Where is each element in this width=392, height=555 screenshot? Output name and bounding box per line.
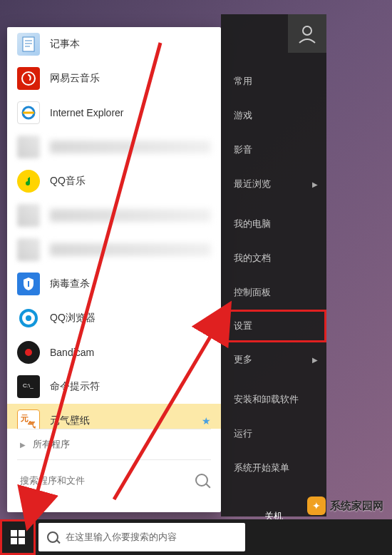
right-item-label: 常用 — [234, 75, 252, 88]
program-item-blurred[interactable] — [7, 198, 221, 233]
right-item-label: 运行 — [234, 427, 252, 440]
right-item-frequent[interactable]: 常用 — [221, 64, 326, 98]
right-item-media[interactable]: 影音 — [221, 133, 326, 167]
blurred-icon — [17, 238, 40, 261]
program-item-blurred[interactable] — [7, 233, 221, 267]
taskbar: 在这里输入你要搜索的内容 — [0, 519, 392, 555]
watermark-logo-icon: ✦ — [307, 497, 326, 515]
right-item-label: 系统开始菜单 — [234, 462, 289, 474]
chevron-right-icon: ▶ — [312, 180, 318, 188]
program-label: 网易云音乐 — [50, 72, 100, 85]
blurred-label — [50, 243, 211, 256]
right-item-run[interactable]: 运行 — [221, 417, 326, 451]
program-item-qq-browser[interactable]: QQ浏览器 — [7, 301, 221, 335]
separator — [221, 377, 326, 382]
program-item-blurred[interactable] — [7, 130, 221, 164]
user-icon — [296, 23, 318, 44]
blurred-label — [50, 141, 211, 153]
svg-rect-20 — [19, 538, 25, 544]
svg-point-7 — [26, 315, 31, 321]
shield-icon — [17, 273, 40, 295]
right-panel-items: 常用 游戏 影音 最近浏览▶ 我的电脑 我的文档 控制面板 设置 更多▶ 安装和… — [221, 14, 326, 534]
program-item-notepad[interactable]: 记事本 — [7, 27, 221, 61]
right-item-label: 我的电脑 — [234, 218, 271, 230]
program-label: 记事本 — [50, 38, 80, 51]
right-item-label: 安装和卸载软件 — [234, 393, 299, 406]
blurred-icon — [17, 204, 40, 227]
chevron-right-icon: ▶ — [312, 356, 318, 364]
start-menu-search[interactable] — [7, 460, 221, 500]
start-menu-right-panel: 常用 游戏 影音 最近浏览▶ 我的电脑 我的文档 控制面板 设置 更多▶ 安装和… — [221, 14, 326, 516]
all-programs-button[interactable]: ▶ 所有程序 — [7, 429, 221, 459]
program-item-yuanqi[interactable]: 元气 元气壁纸 ★ — [7, 404, 221, 429]
separator — [221, 201, 326, 207]
user-account-button[interactable] — [288, 14, 326, 53]
svg-point-14 — [303, 26, 311, 35]
watermark-text: 系统家园网 — [330, 499, 383, 513]
right-item-label: 影音 — [234, 143, 252, 156]
program-label: Bandicam — [50, 347, 94, 358]
taskbar-search-placeholder: 在这里输入你要搜索的内容 — [66, 531, 177, 544]
program-item-cmd[interactable]: C:\_ 命令提示符 — [7, 370, 221, 404]
right-item-my-computer[interactable]: 我的电脑 — [221, 207, 326, 241]
program-item-ie[interactable]: Internet Explorer — [7, 96, 221, 130]
right-item-my-documents[interactable]: 我的文档 — [221, 241, 326, 275]
program-item-bandicam[interactable]: Bandicam — [7, 335, 221, 370]
program-label: Internet Explorer — [50, 107, 124, 118]
notepad-icon — [17, 33, 40, 56]
program-label: QQ浏览器 — [50, 312, 96, 325]
program-label: QQ音乐 — [50, 175, 86, 188]
blurred-label — [50, 209, 211, 222]
star-icon[interactable]: ★ — [202, 415, 211, 427]
program-label: 病毒查杀 — [50, 278, 90, 290]
blurred-icon — [17, 136, 40, 158]
all-programs-label: 所有程序 — [33, 438, 70, 451]
right-item-label: 游戏 — [234, 109, 252, 122]
qq-browser-icon — [17, 307, 40, 330]
ie-icon — [17, 101, 40, 124]
right-item-label: 设置 — [234, 320, 252, 332]
search-input[interactable] — [20, 475, 195, 486]
right-item-settings[interactable]: 设置 — [221, 310, 326, 342]
program-item-antivirus[interactable]: 病毒查杀 — [7, 267, 221, 301]
bandicam-icon — [17, 341, 40, 364]
svg-rect-18 — [19, 530, 25, 536]
taskbar-search[interactable]: 在这里输入你要搜索的内容 — [38, 523, 245, 551]
right-item-more[interactable]: 更多▶ — [221, 342, 326, 377]
start-button[interactable] — [0, 519, 36, 555]
right-item-label: 控制面板 — [234, 286, 271, 299]
svg-rect-17 — [11, 530, 17, 536]
search-icon — [47, 531, 58, 543]
search-icon — [195, 474, 208, 487]
program-list: 记事本 网易云音乐 Internet Explorer QQ音乐 — [7, 27, 221, 429]
watermark: ✦ 系统家园网 — [307, 497, 383, 515]
windows-logo-icon — [9, 529, 26, 546]
triangle-right-icon: ▶ — [20, 441, 26, 449]
right-item-control-panel[interactable]: 控制面板 — [221, 275, 326, 310]
program-label: 命令提示符 — [50, 380, 100, 393]
svg-text:气: 气 — [27, 420, 36, 429]
right-item-games[interactable]: 游戏 — [221, 98, 326, 133]
right-item-label: 最近浏览 — [234, 178, 271, 190]
yuanqi-icon: 元气 — [17, 409, 40, 429]
svg-rect-0 — [23, 37, 34, 51]
right-item-recent[interactable]: 最近浏览▶ — [221, 167, 326, 201]
svg-point-4 — [22, 72, 35, 85]
program-item-qq-music[interactable]: QQ音乐 — [7, 164, 221, 198]
start-menu-left-panel: 记事本 网易云音乐 Internet Explorer QQ音乐 — [7, 27, 221, 512]
program-item-netease-music[interactable]: 网易云音乐 — [7, 61, 221, 96]
netease-music-icon — [17, 67, 40, 90]
svg-point-9 — [25, 349, 32, 356]
svg-rect-19 — [11, 538, 17, 544]
right-item-label: 更多 — [234, 353, 252, 366]
cmd-icon: C:\_ — [17, 375, 40, 398]
svg-text:C:\_: C:\_ — [23, 382, 33, 389]
qq-music-icon — [17, 170, 40, 193]
right-item-label: 我的文档 — [234, 252, 271, 265]
right-item-system-start[interactable]: 系统开始菜单 — [221, 451, 326, 485]
right-item-install-uninstall[interactable]: 安装和卸载软件 — [221, 382, 326, 417]
program-label: 元气壁纸 — [50, 414, 90, 427]
